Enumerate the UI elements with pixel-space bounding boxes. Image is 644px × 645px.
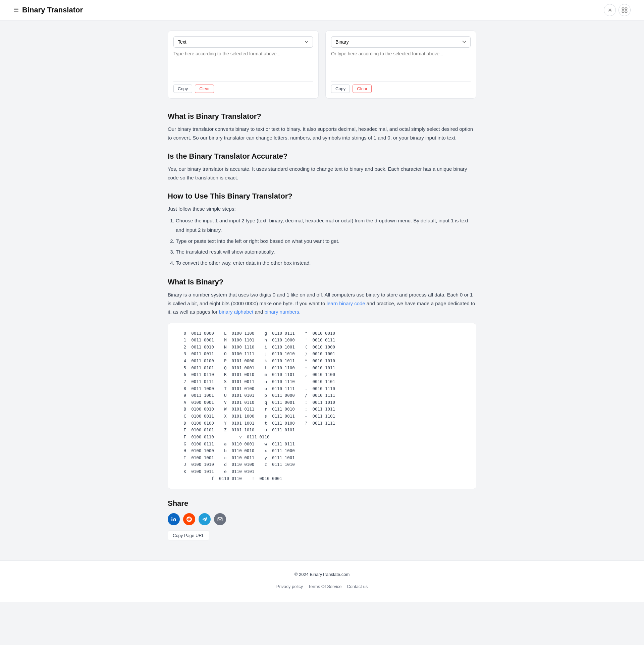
privacy-policy-link[interactable]: Privacy policy	[276, 584, 303, 589]
svg-rect-0	[622, 8, 624, 9]
left-clear-button[interactable]: Clear	[195, 85, 214, 93]
step-2: Type or paste text into the left or righ…	[176, 236, 476, 246]
svg-rect-1	[625, 8, 627, 9]
what-is-heading: What is Binary Translator?	[168, 112, 476, 121]
share-icons	[168, 513, 476, 525]
left-textarea[interactable]	[173, 51, 313, 78]
right-format-select[interactable]: Binary Text Decimal Hexadecimal Octal	[331, 36, 471, 48]
what-is-binary-body: Binary is a number system that uses two …	[168, 290, 476, 316]
main-content: Text Binary Decimal Hexadecimal Octal Co…	[161, 20, 483, 560]
svg-rect-6	[218, 518, 222, 521]
right-translator-box: Binary Text Decimal Hexadecimal Octal Co…	[325, 31, 476, 99]
what-is-body: Our binary translator converts binary to…	[168, 125, 476, 142]
right-clear-button[interactable]: Clear	[353, 85, 372, 93]
email-share-button[interactable]	[214, 513, 226, 525]
footer: © 2024 BinaryTranslate.com Privacy polic…	[0, 560, 644, 602]
how-to-heading: How to Use This Binary Translator?	[168, 192, 476, 201]
right-copy-button[interactable]: Copy	[331, 85, 350, 93]
left-copy-button[interactable]: Copy	[173, 85, 192, 93]
step-1: Choose the input 1 and input 2 type (tex…	[176, 216, 476, 235]
how-to-intro: Just follow these simple steps:	[168, 205, 476, 213]
reddit-share-button[interactable]	[183, 513, 195, 525]
left-divider	[173, 82, 313, 82]
copy-page-url-button[interactable]: Copy Page URL	[168, 531, 209, 540]
svg-rect-2	[622, 11, 624, 12]
binary-alphabet-link[interactable]: binary alphabet	[219, 309, 254, 315]
terms-of-service-link[interactable]: Terms Of Service	[308, 584, 342, 589]
binary-table: 0 0011 0000 L 0100 1100 g 0110 0111 " 00…	[176, 330, 468, 482]
theme-toggle-button[interactable]: ✳	[604, 4, 616, 16]
translator-row: Text Binary Decimal Hexadecimal Octal Co…	[168, 31, 476, 99]
right-select-row: Binary Text Decimal Hexadecimal Octal	[331, 36, 471, 48]
what-is-binary-heading: What Is Binary?	[168, 278, 476, 286]
binary-table-container: 0 0011 0000 L 0100 1100 g 0110 0111 " 00…	[168, 323, 476, 489]
step-4: To convert the other way, enter data in …	[176, 258, 476, 268]
header-left: ☰ Binary Translator	[13, 6, 83, 14]
footer-links: Privacy policy Terms Of Service Contact …	[7, 583, 637, 590]
svg-rect-3	[625, 11, 627, 12]
is-accurate-body: Yes, our binary translator is accurate. …	[168, 165, 476, 182]
step-3: The translated result will show automati…	[176, 247, 476, 257]
binary-numbers-link[interactable]: binary numbers	[265, 309, 299, 315]
share-heading: Share	[168, 499, 476, 508]
steps-list: Choose the input 1 and input 2 type (tex…	[176, 216, 476, 268]
translate-icon-button[interactable]	[619, 4, 631, 16]
svg-point-5	[171, 517, 172, 518]
share-section: Share Copy Page URL	[168, 499, 476, 540]
learn-binary-link[interactable]: learn binary code	[327, 301, 365, 306]
menu-icon[interactable]: ☰	[13, 6, 19, 14]
footer-copyright: © 2024 BinaryTranslate.com	[7, 571, 637, 578]
linkedin-share-button[interactable]	[168, 513, 180, 525]
left-btn-row: Copy Clear	[173, 85, 313, 93]
binary-body-text4: .	[299, 309, 301, 315]
telegram-share-button[interactable]	[199, 513, 211, 525]
svg-rect-4	[171, 519, 172, 521]
right-textarea[interactable]	[331, 51, 471, 78]
left-translator-box: Text Binary Decimal Hexadecimal Octal Co…	[168, 31, 319, 99]
binary-body-text3: and	[253, 309, 264, 315]
is-accurate-heading: Is the Binary Translator Accurate?	[168, 152, 476, 161]
right-btn-row: Copy Clear	[331, 85, 471, 93]
right-divider	[331, 82, 471, 82]
header: ☰ Binary Translator ✳	[0, 0, 644, 20]
header-right: ✳	[604, 4, 631, 16]
left-select-row: Text Binary Decimal Hexadecimal Octal	[173, 36, 313, 48]
site-title: Binary Translator	[22, 6, 83, 14]
left-format-select[interactable]: Text Binary Decimal Hexadecimal Octal	[173, 36, 313, 48]
contact-us-link[interactable]: Contact us	[347, 584, 368, 589]
